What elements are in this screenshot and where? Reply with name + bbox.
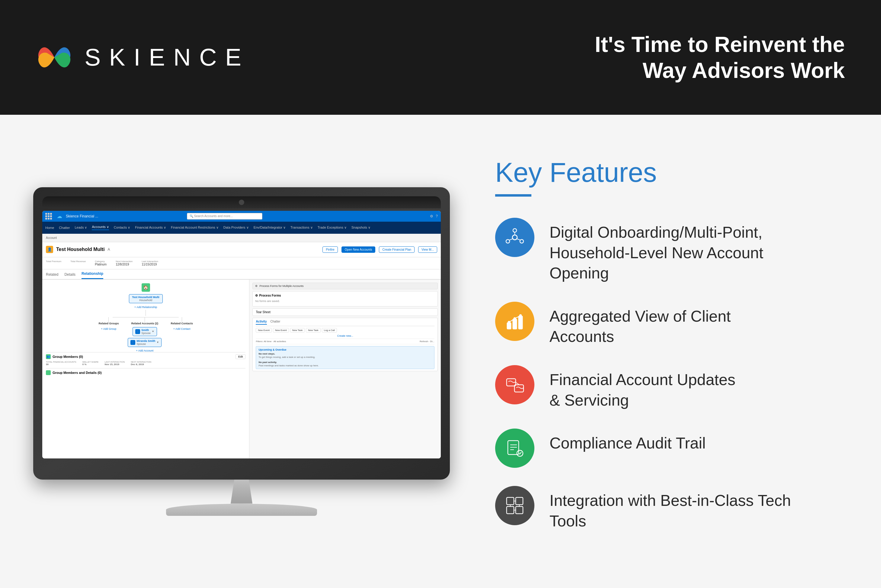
feature-label-integration: Integration with Best-in-Class TechTools xyxy=(550,490,791,531)
sf-nav-data-providers[interactable]: Data Providers ∨ xyxy=(223,226,249,230)
feature-item-compliance-audit: Compliance Audit Trail xyxy=(495,429,839,468)
sort-text: Refresh · Di... xyxy=(420,340,435,343)
monitor-base xyxy=(166,504,317,516)
sf-breadcrumb: Account xyxy=(42,234,441,242)
no-next-steps-sub: To get things moving, add a task or set … xyxy=(258,356,432,358)
last-interaction-value: 11/15/2019 xyxy=(142,263,158,266)
feature-item-digital-onboarding: Digital Onboarding/Multi-Point,Household… xyxy=(495,218,839,284)
sf-nav-contacts[interactable]: Contacts ∨ xyxy=(114,226,130,230)
tab-details[interactable]: Details xyxy=(64,272,75,279)
related-accounts: Related Accounts (2) 👤 Smith Spouse ▼ xyxy=(128,317,162,352)
main-content: ☁ Skience Financial ... 🔍 Search Account… xyxy=(0,115,881,588)
action-buttons-group: Pinfire Open New Accounts Create Financi… xyxy=(321,246,437,253)
connector-contacts xyxy=(182,317,182,322)
features-section: Key Features Digital Onb xyxy=(477,139,851,564)
feature-label-digital-onboarding: Digital Onboarding/Multi-Point,Household… xyxy=(550,222,763,284)
related-groups-label: Related Groups xyxy=(99,322,119,325)
sf-nav-home[interactable]: Home xyxy=(45,226,54,230)
svg-point-3 xyxy=(520,240,523,243)
total-revenue-value xyxy=(70,263,86,266)
sf-content-area: 🏠 Test Household Multi Household + Add R… xyxy=(42,280,441,459)
activity-tabs: Activity Chatter xyxy=(256,320,435,326)
account-card-smith: 👤 Smith Spouse ▼ xyxy=(133,327,157,336)
related-contacts: Related Contacts + Add Contact xyxy=(171,317,193,330)
sf-icon-settings[interactable]: ⚙ xyxy=(430,214,433,218)
bottom-section-label: Group Members and Details (0) xyxy=(52,371,102,375)
logo-area: SKIENCE xyxy=(36,39,250,75)
sf-search-bar[interactable]: 🔍 Search Accounts and more... xyxy=(187,213,262,219)
features-title: Key Features xyxy=(495,157,839,188)
create-financial-plan-button[interactable]: Create Financial Plan xyxy=(379,246,415,253)
tab-activity[interactable]: Activity xyxy=(256,320,267,325)
new-task-btn-2[interactable]: New Task xyxy=(306,328,321,333)
open-new-accounts-button[interactable]: Open New Accounts xyxy=(342,246,376,253)
feature-text-financial-updates: Financial Account Updates& Servicing xyxy=(550,365,736,410)
total-revenue-label: Total Revenue xyxy=(70,260,86,263)
feature-icon-compliance-audit xyxy=(495,429,534,468)
new-event-btn-2[interactable]: New Event xyxy=(273,328,289,333)
svg-line-22 xyxy=(520,452,521,454)
audit-icon xyxy=(504,438,525,459)
group-last-int-value: Nov 15, 2019 xyxy=(105,363,125,366)
sf-title-bar: 👤 Test Household Multi A Pinfire Open Ne… xyxy=(42,242,441,257)
group-members-section: 👥 Group Members (0) Edit TOTAL FINANCIAL… xyxy=(46,352,246,366)
sf-nav-transactions[interactable]: Transactions ∨ xyxy=(291,226,313,230)
svg-point-12 xyxy=(520,315,521,316)
sf-nav-leads[interactable]: Leads ∨ xyxy=(75,226,87,230)
account-name-1: Smith xyxy=(141,328,151,332)
svg-line-6 xyxy=(517,239,520,240)
feature-icon-integration xyxy=(495,486,534,525)
svg-point-1 xyxy=(513,229,517,232)
new-event-btn-1[interactable]: New Event xyxy=(256,328,272,333)
features-underline xyxy=(495,194,531,196)
sf-meta-bar: Total Premium Total Revenue Category Pla… xyxy=(42,257,441,269)
sf-record-tabs: Related Details Relationship xyxy=(42,269,441,280)
tab-related[interactable]: Related xyxy=(46,272,58,279)
sf-nav-env[interactable]: Env/Data/Integrator ∨ xyxy=(253,226,286,230)
create-new-link[interactable]: Create new... xyxy=(256,334,435,338)
relationship-tree: 🏠 Test Household Multi Household + Add R… xyxy=(46,283,246,352)
pinfire-button[interactable]: Pinfire xyxy=(322,246,337,253)
sf-nav-chatter[interactable]: Chatter xyxy=(59,226,70,230)
feature-text-digital-onboarding: Digital Onboarding/Multi-Point,Household… xyxy=(550,218,763,284)
add-group-link[interactable]: + Add Group xyxy=(101,327,117,330)
logo-text: SKIENCE xyxy=(84,44,250,71)
bottom-section: Group Members and Details (0) xyxy=(46,368,246,375)
edit-group-button[interactable]: Edit xyxy=(235,354,246,359)
sf-nav-snapshots[interactable]: Snapshots ∨ xyxy=(351,226,370,230)
account-action-2[interactable]: ▼ xyxy=(156,341,159,344)
tab-relationship[interactable]: Relationship xyxy=(81,272,103,279)
view-more-button[interactable]: View M... xyxy=(418,246,437,253)
log-call-btn[interactable]: Log a Call xyxy=(322,328,337,333)
add-account-link[interactable]: + Add Account xyxy=(136,349,154,352)
app-launcher[interactable] xyxy=(45,213,52,219)
svg-point-10 xyxy=(508,321,510,323)
new-task-btn-1[interactable]: New Task xyxy=(290,328,305,333)
feature-label-aggregated-view: Aggregated View of ClientAccounts xyxy=(550,306,731,347)
gear-icon: ⚙ xyxy=(255,285,258,288)
sf-right-panel: ⚙ Process Forms for Multiple Accounts ⚙ … xyxy=(249,280,441,459)
sf-nav-trade[interactable]: Trade Exceptions ∨ xyxy=(318,226,347,230)
related-groups: Related Groups + Add Group xyxy=(99,317,119,330)
sf-nav-accounts[interactable]: Accounts ∨ xyxy=(92,225,109,230)
account-icon-2: 👤 xyxy=(130,340,135,345)
add-relationship-link[interactable]: + Add Relationship xyxy=(134,306,157,309)
no-next-steps: No next steps. xyxy=(258,352,432,355)
tree-connector-v xyxy=(145,310,146,316)
sf-nav-restrictions[interactable]: Financial Account Restrictions ∨ xyxy=(171,226,219,230)
account-role-2: Spouse xyxy=(136,342,155,345)
svg-rect-24 xyxy=(516,497,523,505)
sf-nav-financial-accounts[interactable]: Financial Accounts ∨ xyxy=(135,226,166,230)
group-next-int-label: NEXT INTERACTION xyxy=(131,361,151,363)
upcoming-title: Upcoming & Overdue xyxy=(258,348,432,351)
svg-rect-9 xyxy=(519,316,522,329)
monitor-body: ☁ Skience Financial ... 🔍 Search Account… xyxy=(33,187,450,480)
add-contact-link[interactable]: + Add Contact xyxy=(173,327,190,330)
account-action-1[interactable]: ▼ xyxy=(152,330,154,333)
root-icon: 🏠 xyxy=(142,283,150,292)
sf-nav-bar: Home Chatter Leads ∨ Accounts ∨ Contacts… xyxy=(42,222,441,234)
sf-icon-help[interactable]: ? xyxy=(436,214,438,218)
svg-rect-7 xyxy=(507,323,511,329)
tab-chatter[interactable]: Chatter xyxy=(271,320,280,325)
service-icon xyxy=(504,374,525,395)
